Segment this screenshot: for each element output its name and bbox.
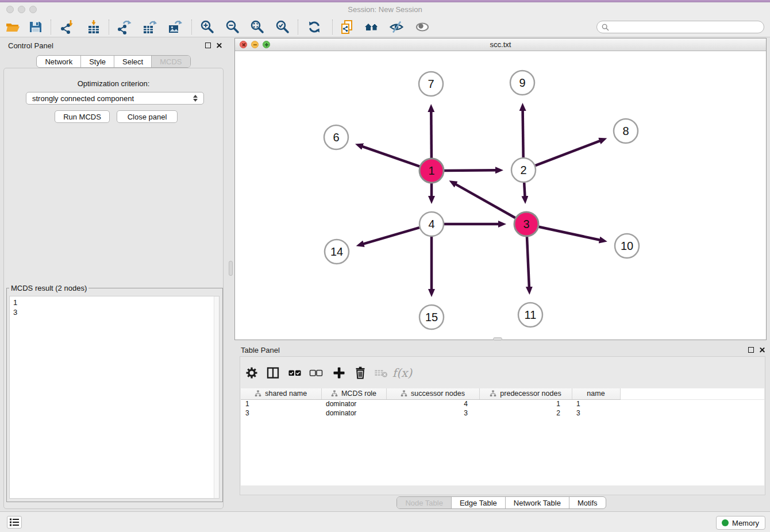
tab-network-table[interactable]: Network Table [505, 497, 569, 508]
tab-select[interactable]: Select [114, 56, 151, 67]
column-header-filler [620, 388, 764, 399]
tab-mcds[interactable]: MCDS [151, 56, 190, 67]
tab-network[interactable]: Network [37, 56, 80, 67]
graph-node-label: 15 [425, 311, 438, 323]
graph-node-label: 3 [523, 218, 529, 230]
table-settings-gear-icon[interactable] [242, 364, 261, 382]
horizontal-splitter-handle[interactable] [493, 337, 502, 341]
refresh-view-icon[interactable] [305, 18, 324, 36]
deselect-all-icon[interactable] [307, 364, 325, 382]
cell-shared-name[interactable]: 3 [241, 408, 321, 418]
search-input[interactable] [612, 23, 759, 32]
zoom-fit-icon[interactable] [248, 18, 267, 36]
cell-MCDS-role[interactable]: dominator [321, 399, 386, 408]
delete-row-icon[interactable] [351, 364, 369, 382]
graph-edge-3-11[interactable] [527, 237, 529, 287]
table-row[interactable]: 3dominator323 [241, 408, 764, 418]
graph-edge-2-8[interactable] [536, 141, 600, 165]
optimization-criterion-label: Optimization criterion: [4, 79, 223, 88]
cell-MCDS-role[interactable]: dominator [321, 408, 386, 418]
close-table-panel-icon[interactable] [759, 346, 765, 353]
column-header-MCDS-role[interactable]: MCDS role [321, 388, 386, 399]
column-header-name[interactable]: name [572, 388, 620, 399]
network-from-selection-icon[interactable] [337, 18, 357, 36]
close-panel-button[interactable]: Close panel [117, 110, 178, 123]
import-network-icon[interactable] [57, 18, 76, 36]
zoom-in-icon[interactable] [198, 18, 217, 36]
graph-edge-2-9[interactable] [523, 110, 523, 157]
close-panel-icon[interactable] [216, 42, 222, 48]
mcds-result-box[interactable]: 1 3 [9, 296, 220, 499]
cell-shared-name[interactable]: 1 [241, 399, 321, 408]
control-panel-tabs: NetworkStyleSelectMCDS [36, 55, 190, 68]
mcds-result-text: 1 3 [10, 296, 213, 498]
cell-predecessor-nodes[interactable]: 2 [479, 408, 572, 418]
graph-edge-3-10[interactable] [539, 227, 600, 240]
show-column-icon[interactable] [264, 364, 282, 382]
float-table-panel-icon[interactable] [748, 347, 754, 353]
cell-name[interactable]: 1 [572, 399, 620, 408]
vertical-splitter-handle[interactable] [229, 261, 233, 276]
graph-edge-1-6[interactable] [362, 147, 419, 167]
table-panel-title: Table Panel [241, 346, 280, 354]
cell-successor-nodes[interactable]: 4 [386, 399, 479, 408]
function-builder-icon[interactable]: f(x) [393, 364, 411, 382]
toolbar-separator [332, 20, 333, 34]
memory-button[interactable]: Memory [716, 516, 765, 530]
attribute-tree-icon [255, 390, 261, 397]
node-table-container: f(x) shared name MCDS role [240, 356, 765, 495]
zoom-selected-icon[interactable] [273, 18, 292, 36]
optimization-criterion-select[interactable]: strongly connected component [26, 92, 204, 105]
mcds-tab-pane: Optimization criterion: strongly connect… [3, 68, 224, 509]
network-window-titlebar: scc.txt [235, 38, 766, 51]
control-panel-title: Control Panel [8, 41, 53, 50]
first-neighbors-icon[interactable] [362, 18, 382, 36]
save-session-icon[interactable] [26, 18, 45, 36]
search-box [596, 21, 764, 33]
export-network-icon[interactable] [114, 18, 134, 36]
graph-node-label: 6 [333, 131, 339, 144]
graph-node-label: 1 [428, 164, 434, 177]
export-table-icon[interactable] [140, 18, 159, 36]
graph-node-label: 8 [622, 125, 629, 137]
show-all-icon[interactable] [413, 18, 432, 36]
column-header-successor-nodes[interactable]: successor nodes [386, 388, 479, 399]
export-image-icon[interactable] [165, 18, 184, 36]
cell-successor-nodes[interactable]: 3 [386, 408, 479, 418]
task-list-button[interactable] [7, 516, 22, 529]
toolbar-separator [191, 20, 192, 34]
result-scrollbar[interactable] [214, 296, 219, 498]
select-all-icon[interactable] [286, 364, 304, 382]
graph-edge-2-3[interactable] [524, 183, 525, 196]
table-row[interactable]: 1dominator411 [241, 399, 764, 408]
selected-criterion: strongly connected component [32, 94, 134, 103]
graph-node-label: 9 [519, 76, 525, 89]
tab-motifs[interactable]: Motifs [569, 497, 606, 508]
tab-edge-table[interactable]: Edge Table [451, 497, 505, 508]
network-view-window: scc.txt 7968124314101511 [234, 38, 767, 340]
float-panel-icon[interactable] [205, 43, 211, 48]
run-mcds-button[interactable]: Run MCDS [55, 110, 110, 123]
network-canvas[interactable]: 7968124314101511 [235, 51, 766, 340]
cell-filler [620, 399, 764, 408]
column-header-shared-name[interactable]: shared name [241, 388, 321, 399]
toolbar-separator [298, 20, 298, 34]
hide-selected-icon[interactable] [387, 18, 406, 36]
graph-edge-4-14[interactable] [363, 228, 419, 244]
graph-edge-1-7[interactable] [431, 111, 432, 158]
tab-style[interactable]: Style [80, 56, 114, 67]
add-row-icon[interactable] [330, 364, 348, 382]
cell-name[interactable]: 3 [572, 408, 620, 418]
delete-table-icon[interactable] [372, 364, 390, 382]
graph-edge-1-2[interactable] [444, 170, 496, 171]
zoom-out-icon[interactable] [223, 18, 242, 36]
cell-filler [620, 408, 764, 418]
memory-status-icon [722, 519, 729, 526]
open-session-icon[interactable] [3, 18, 22, 36]
import-table-icon[interactable] [84, 18, 103, 36]
tab-node-table[interactable]: Node Table [397, 497, 451, 508]
select-stepper-icon [193, 95, 198, 102]
column-header-predecessor-nodes[interactable]: predecessor nodes [479, 388, 572, 399]
graph-edge-3-1[interactable] [456, 184, 515, 218]
cell-predecessor-nodes[interactable]: 1 [479, 399, 572, 408]
